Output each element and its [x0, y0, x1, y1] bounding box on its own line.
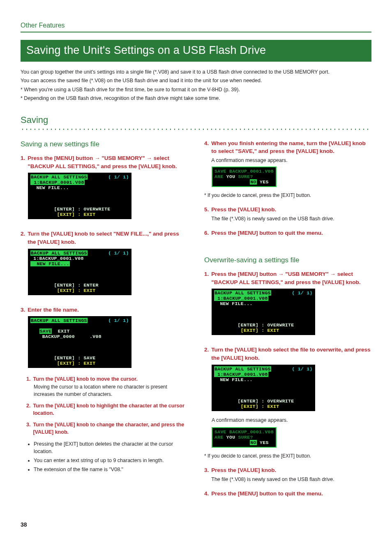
lcd-backup-overwrite: BACKUP ALL SETTINGS ( 1/ 1) 1:BACKUP_000…: [212, 289, 315, 335]
step-num: 1.: [21, 154, 25, 162]
subhead-save-new: Saving a new settings file: [21, 139, 188, 150]
step-overwrite-1: 1. Press the [MENU] button → "USB MEMORY…: [204, 270, 371, 339]
step-text: Press the [VALUE] knob. The file (*.V08)…: [211, 206, 371, 222]
intro-p1: You can group together the unit's settin…: [21, 68, 371, 76]
step-text: Press the [MENU] button to quit the menu…: [211, 490, 371, 498]
substep-text: Turn the [VALUE] knob to change the char…: [33, 421, 188, 436]
right-column: 4. When you finish entering the name, tu…: [204, 139, 371, 504]
step-desc: The file (*.V08) is newly saved on the U…: [211, 476, 371, 483]
step-num: 1.: [204, 270, 209, 278]
step-desc: A confirmation message appears.: [211, 157, 371, 164]
step-text: Press the [MENU] button → "USB MEMORY" →…: [28, 154, 188, 170]
bullet-list: Pressing the [EXIT] button deletes the c…: [28, 440, 188, 474]
arrow-icon: →: [146, 155, 153, 161]
step-num: 5.: [204, 206, 209, 214]
step-text: Turn the [VALUE] knob select the file to…: [211, 346, 371, 362]
substep-text: Turn the [VALUE] knob to move the cursor…: [33, 375, 188, 383]
step-fragment: Press the [MENU] button: [28, 155, 95, 161]
substep-2: 2.Turn the [VALUE] knob to highlight the…: [26, 402, 188, 417]
subhead-overwrite: Overwrite-saving a settings file: [204, 255, 371, 266]
step-save-new-2: 2. Turn the [VALUE] knob to select "NEW …: [21, 230, 188, 299]
step-save-new-5: 5. Press the [VALUE] knob. The file (*.V…: [204, 206, 371, 222]
lcd-backup-overwrite: BACKUP ALL SETTINGS ( 1/ 1) 1:BACKUP_000…: [28, 173, 131, 219]
lcd-backup-enter: BACKUP ALL SETTINGS ( 1/ 1) 1:BACKUP_000…: [28, 249, 131, 295]
substep-num: 2.: [26, 402, 30, 417]
step-num: 2.: [204, 346, 209, 354]
intro-block: You can group together the unit's settin…: [21, 68, 371, 102]
step-text: Enter the file name.: [28, 306, 188, 314]
bullet: The extension of the file name is "V08.": [34, 466, 188, 473]
substep-num: 1.: [26, 375, 30, 383]
step-text: Press the [MENU] button → "USB MEMORY" →…: [211, 270, 371, 286]
lcd-confirm-save: SAVE BACKUP_0001.V08 ARE YOU SURE? NO YE…: [212, 166, 277, 187]
step-overwrite-4: 4. Press the [MENU] button to quit the m…: [204, 490, 371, 498]
step-text: Press the [VALUE] knob. The file (*.V08)…: [211, 466, 371, 483]
left-column: Saving a new settings file 1. Press the …: [21, 139, 188, 504]
intro-note-1: * When you're using a USB flash drive fo…: [21, 86, 371, 93]
step-fragment: Press the [MENU] button: [211, 271, 278, 277]
dotted-rule: [21, 128, 371, 130]
substeps: 1.Turn the [VALUE] knob to move the curs…: [26, 375, 188, 436]
section-heading-saving: Saving: [21, 113, 371, 127]
substep-text: Turn the [VALUE] knob to highlight the c…: [33, 402, 188, 417]
step-num: 4.: [204, 139, 209, 148]
cancel-note: * If you decide to cancel, press the [EX…: [204, 192, 371, 199]
lcd-backup-overwrite-selected: BACKUP ALL SETTINGS ( 1/ 1) 1:BACKUP_000…: [212, 365, 315, 411]
step-text: Press the [MENU] button to quit the menu…: [211, 229, 371, 237]
step-desc: The file (*.V08) is newly saved on the U…: [211, 215, 371, 222]
step-num: 3.: [21, 306, 25, 314]
arrow-icon: →: [330, 271, 337, 277]
step-save-new-3: 3. Enter the file name. BACKUP ALL SETTI…: [21, 306, 188, 473]
page-title: Saving the Unit's Settings on a USB Flas…: [21, 40, 371, 62]
step-fragment: "USB MEMORY": [101, 155, 146, 161]
step-save-new-6: 6. Press the [MENU] button to quit the m…: [204, 229, 371, 237]
substep-3: 3.Turn the [VALUE] knob to change the ch…: [26, 421, 188, 436]
step-num: 2.: [21, 230, 25, 238]
step-save-new-1: 1. Press the [MENU] button → "USB MEMORY…: [21, 154, 188, 223]
intro-p2: You can access the saved file (*.V08) on…: [21, 77, 371, 84]
arrow-icon: →: [278, 271, 285, 277]
substep-num: 3.: [26, 421, 30, 436]
lcd-filename-entry: BACKUP ALL SETTINGS ( 1/ 1) SAVE EXIT BA…: [28, 316, 131, 368]
page-number: 38: [21, 520, 371, 529]
step-num: 6.: [204, 229, 209, 237]
section-category: Other Features: [21, 21, 371, 32]
step-desc: A confirmation message appears.: [212, 416, 371, 424]
lcd-confirm-overwrite: SAVE BACKUP_0001.V08 ARE YOU SURE? NO YE…: [212, 427, 277, 448]
intro-note-2: * Depending on the USB flash drive, reco…: [21, 95, 371, 102]
arrow-icon: →: [95, 155, 101, 161]
substep-desc: Moving the cursor to a location where no…: [34, 384, 188, 398]
step-num: 3.: [204, 466, 209, 474]
cancel-note: * If you decide to cancel, press the [EX…: [204, 453, 371, 460]
bullet: Pressing the [EXIT] button deletes the c…: [34, 440, 188, 455]
bullet: You can enter a text string of up to 9 c…: [34, 457, 188, 464]
step-text: When you finish entering the name, turn …: [211, 139, 371, 164]
step-text: Turn the [VALUE] knob to select "NEW FIL…: [28, 230, 188, 246]
step-num: 4.: [204, 490, 209, 498]
step-save-new-4: 4. When you finish entering the name, tu…: [204, 139, 371, 199]
substep-1: 1.Turn the [VALUE] knob to move the curs…: [26, 375, 188, 398]
step-fragment: "USB MEMORY": [285, 271, 330, 277]
step-overwrite-2: 2. Turn the [VALUE] knob select the file…: [204, 346, 371, 460]
step-overwrite-3: 3. Press the [VALUE] knob. The file (*.V…: [204, 466, 371, 483]
